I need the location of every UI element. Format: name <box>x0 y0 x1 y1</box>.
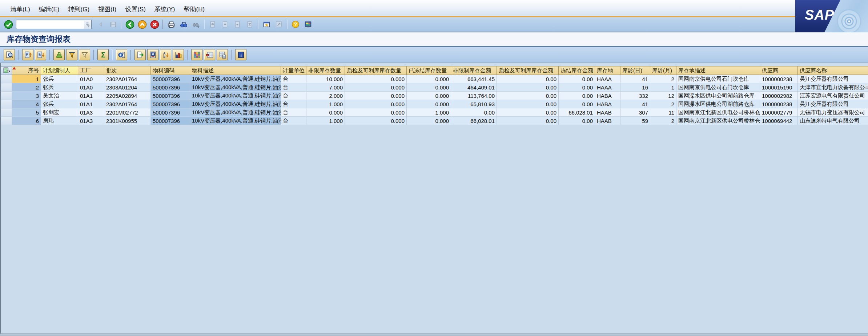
menu-item-h[interactable]: 帮助(H) <box>180 4 209 15</box>
grid-cell-vendor_name[interactable]: 吴江变压器有限公司 <box>798 75 868 83</box>
column-header-planner[interactable]: 计划编制人 <box>41 67 78 75</box>
row-selector[interactable] <box>1 117 12 125</box>
grid-cell-material[interactable]: 500007396 <box>151 117 190 125</box>
grid-cell-batch[interactable]: 2205A02894 <box>104 92 151 100</box>
grid-cell-planner[interactable]: 房玮 <box>41 117 78 125</box>
grid-cell-sloc[interactable]: HAAB <box>595 117 620 125</box>
print-button[interactable] <box>165 18 177 31</box>
word-processing-button[interactable] <box>147 49 158 60</box>
grid-cell-plant[interactable]: 01A0 <box>78 75 104 83</box>
column-header-plant[interactable]: 工厂 <box>78 67 104 75</box>
grid-cell-vendor[interactable]: 1000069442 <box>760 117 798 125</box>
grid-cell-material[interactable]: 500007396 <box>151 92 190 100</box>
grid-cell-material_desc[interactable]: 10kV变压器,400kVA,普通,硅钢片,油浸 <box>190 100 281 108</box>
create-shortcut-button[interactable] <box>273 18 285 31</box>
grid-cell-material[interactable]: 500007396 <box>151 83 190 92</box>
column-header-age_months[interactable]: 库龄(月) <box>650 67 676 75</box>
info-button[interactable]: i <box>235 49 246 60</box>
grid-cell-batch[interactable]: 2201M02772 <box>104 108 151 117</box>
menu-item-i[interactable]: 视图(I) <box>94 4 121 15</box>
grid-cell-qty_blocked[interactable]: 0.000 <box>407 75 451 83</box>
grid-cell-amt_blocked[interactable]: 0.00 <box>559 75 595 83</box>
grid-cell-amt_inspection[interactable]: 0.00 <box>497 100 559 108</box>
first-page-button[interactable] <box>206 18 219 31</box>
column-header-seq[interactable]: 序号 <box>12 67 41 75</box>
grid-cell-batch[interactable]: 2301K00955 <box>104 117 151 125</box>
grid-cell-planner[interactable]: 张兵 <box>41 75 78 83</box>
column-header-material[interactable]: 物料编码 <box>151 67 190 75</box>
grid-cell-age_months[interactable]: 1 <box>650 83 676 92</box>
grid-cell-material_desc[interactable]: 10kV变压器,400kVA,普通,硅钢片,油浸 <box>190 117 281 125</box>
grid-cell-qty_unrestricted[interactable]: 10.000 <box>306 75 345 83</box>
grid-cell-amt_unrestricted[interactable]: 0.00 <box>451 108 497 117</box>
grid-cell-amt_inspection[interactable]: 0.00 <box>497 108 559 117</box>
column-header-material_desc[interactable]: 物料描述 <box>190 67 281 75</box>
row-selector[interactable] <box>1 108 12 117</box>
page-up-button[interactable] <box>219 18 231 31</box>
grid-cell-material[interactable]: 500007396 <box>151 100 190 108</box>
find-next-button[interactable] <box>190 18 202 31</box>
row-selector[interactable] <box>1 75 12 83</box>
exit-button[interactable] <box>136 18 148 31</box>
last-page-button[interactable] <box>244 18 256 31</box>
cancel-button[interactable] <box>148 18 161 31</box>
grid-cell-age_months[interactable]: 12 <box>650 92 676 100</box>
grid-cell-qty_inspection[interactable]: 0.000 <box>345 108 407 117</box>
grid-cell-vendor_name[interactable]: 天津市宜北电力设备有限公司 <box>798 83 868 92</box>
grid-cell-amt_unrestricted[interactable]: 464,409.01 <box>451 83 497 92</box>
grid-cell-seq[interactable]: 5 <box>12 108 41 117</box>
row-selector[interactable] <box>1 83 12 92</box>
abc-analysis-button[interactable]: Ab <box>160 49 171 60</box>
grid-cell-vendor_name[interactable]: 山东迪米特电气有限公司 <box>798 117 868 125</box>
back-button[interactable] <box>124 18 136 31</box>
grid-cell-batch[interactable]: 2302A01764 <box>104 100 151 108</box>
column-header-amt_unrestricted[interactable]: 非限制库存金额 <box>451 67 497 75</box>
grid-cell-sloc_desc[interactable]: 国网南京江北新区供电公司桥林仓库 <box>676 108 760 117</box>
grid-cell-sloc_desc[interactable]: 国网南京供电公司石门坎仓库 <box>676 83 760 92</box>
menu-item-g[interactable]: 转到(G) <box>64 4 94 15</box>
grid-cell-material_desc[interactable]: 10kV变压器,400kVA,普通,硅钢片,油浸 <box>190 108 281 117</box>
grid-cell-seq[interactable]: 3 <box>12 92 41 100</box>
grid-cell-plant[interactable]: 01A0 <box>78 83 104 92</box>
grid-cell-plant[interactable]: 01A3 <box>78 117 104 125</box>
grid-cell-uom[interactable]: 台 <box>281 83 306 92</box>
grid-cell-uom[interactable]: 台 <box>281 75 306 83</box>
grid-cell-qty_inspection[interactable]: 0.000 <box>345 100 407 108</box>
grid-cell-material[interactable]: 500007396 <box>151 75 190 83</box>
grid-cell-sloc[interactable]: HABA <box>595 92 620 100</box>
grid-cell-amt_inspection[interactable]: 0.00 <box>497 92 559 100</box>
grid-cell-sloc_desc[interactable]: 国网溧水区供电公司湖前路仓库 <box>676 92 760 100</box>
grid-cell-amt_unrestricted[interactable]: 113,764.00 <box>451 92 497 100</box>
help-button[interactable]: ? <box>289 18 302 31</box>
grid-cell-material[interactable]: 500007396 <box>151 108 190 117</box>
menu-item-y[interactable]: 系统(Y) <box>150 4 180 15</box>
grid-cell-amt_inspection[interactable]: 0.00 <box>497 75 559 83</box>
grid-cell-age_days[interactable]: 41 <box>620 100 650 108</box>
grid-cell-vendor_name[interactable]: 无锡市电力变压器有限公司 <box>798 108 868 117</box>
grid-cell-plant[interactable]: 01A3 <box>78 108 104 117</box>
column-header-uom[interactable]: 计量单位 <box>281 67 306 75</box>
column-header-vendor[interactable]: 供应商 <box>760 67 798 75</box>
grid-cell-qty_inspection[interactable]: 0.000 <box>345 117 407 125</box>
grid-cell-qty_unrestricted[interactable]: 2.000 <box>306 92 345 100</box>
grid-cell-uom[interactable]: 台 <box>281 108 306 117</box>
graphics-button[interactable] <box>173 49 184 60</box>
save-layout-button[interactable] <box>217 49 228 60</box>
set-filter-button[interactable] <box>53 49 65 60</box>
grid-cell-qty_blocked[interactable]: 0.000 <box>407 83 451 92</box>
grid-cell-qty_blocked[interactable]: 0.000 <box>407 100 451 108</box>
grid-cell-seq[interactable]: 4 <box>12 100 41 108</box>
command-history-button[interactable] <box>84 20 91 29</box>
export-local-file-button[interactable] <box>134 49 146 60</box>
grid-cell-qty_blocked[interactable]: 0.000 <box>407 117 451 125</box>
column-header-amt_blocked[interactable]: 冻结库存金额 <box>559 67 595 75</box>
grid-cell-sloc[interactable]: HAAB <box>595 108 620 117</box>
grid-cell-age_days[interactable]: 332 <box>620 92 650 100</box>
save-button[interactable] <box>107 18 119 31</box>
subtotal-button[interactable] <box>116 49 127 60</box>
grid-cell-amt_unrestricted[interactable]: 65,810.93 <box>451 100 497 108</box>
grid-cell-age_days[interactable]: 16 <box>620 83 650 92</box>
grid-cell-amt_blocked[interactable]: 0.00 <box>559 117 595 125</box>
grid-cell-qty_unrestricted[interactable]: 0.000 <box>306 108 345 117</box>
grid-cell-uom[interactable]: 台 <box>281 100 306 108</box>
